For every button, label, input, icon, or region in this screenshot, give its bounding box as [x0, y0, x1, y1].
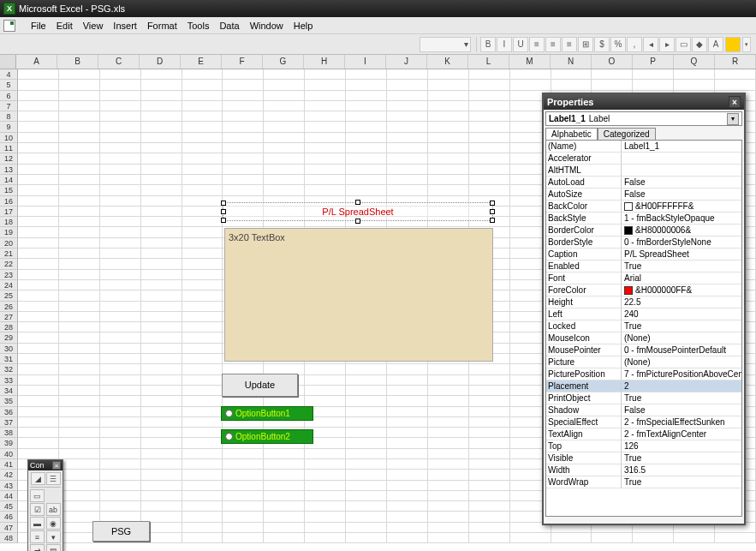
property-value[interactable]: 2 - fmTextAlignCenter	[622, 428, 741, 440]
property-value[interactable]: True	[622, 261, 741, 272]
row-header[interactable]: 31	[0, 354, 18, 364]
row-header[interactable]: 18	[0, 217, 18, 227]
property-row[interactable]: CaptionP/L SpreadSheet	[546, 249, 741, 261]
select-all-cell[interactable]	[0, 55, 16, 69]
property-row[interactable]: Picture(None)	[546, 356, 741, 368]
property-row[interactable]: MouseIcon(None)	[546, 332, 741, 344]
property-value[interactable]: Arial	[622, 273, 741, 284]
property-value[interactable]: False	[622, 189, 741, 200]
spin-tool[interactable]: ▤	[46, 544, 61, 551]
property-value[interactable]: True	[622, 392, 741, 404]
design-mode-button[interactable]: ◢	[31, 472, 45, 485]
row-header[interactable]: 27	[0, 312, 18, 322]
checkbox-tool[interactable]: ☑	[30, 503, 45, 516]
row-header[interactable]: 30	[0, 344, 18, 354]
row-header[interactable]: 28	[0, 322, 18, 332]
menu-file[interactable]: File	[26, 19, 51, 33]
property-row[interactable]: Height22.5	[546, 296, 741, 308]
row-header[interactable]: 37	[0, 417, 18, 428]
option-button-1[interactable]: OptionButton1	[221, 406, 313, 421]
property-value[interactable]	[622, 165, 741, 176]
toolbox-titlebar[interactable]: Con ×	[28, 460, 63, 470]
column-header-M[interactable]: M	[509, 55, 551, 69]
column-header-F[interactable]: F	[222, 55, 263, 69]
row-header[interactable]: 10	[0, 133, 18, 143]
row-header[interactable]: 8	[0, 111, 18, 122]
row-header[interactable]: 14	[0, 175, 18, 185]
property-value[interactable]: 7 - fmPicturePositionAboveCenter	[622, 368, 741, 380]
property-value[interactable]: (None)	[622, 332, 741, 344]
toolbar-button[interactable]: U	[513, 37, 528, 52]
resize-handle[interactable]	[355, 200, 360, 205]
properties-grid[interactable]: (Name)Label1_1AcceleratorAltHTMLAutoLoad…	[545, 140, 742, 517]
row-header[interactable]: 15	[0, 185, 18, 195]
property-value[interactable]: 0 - fmBorderStyleNone	[622, 237, 741, 248]
property-value[interactable]: False	[622, 177, 741, 188]
menu-tools[interactable]: Tools	[182, 19, 215, 33]
property-row[interactable]: BorderStyle0 - fmBorderStyleNone	[546, 237, 741, 249]
property-value[interactable]: &H00FFFFFF&	[622, 201, 741, 212]
font-size-selector[interactable]: ▾	[420, 37, 471, 52]
toolbar-button[interactable]: I	[497, 37, 512, 52]
property-value[interactable]: 22.5	[622, 296, 741, 308]
row-header[interactable]: 4	[0, 69, 18, 80]
highlight-dropdown[interactable]: ▾	[742, 37, 751, 52]
row-header[interactable]: 45	[0, 501, 18, 512]
cell-row[interactable]	[18, 80, 756, 90]
property-row[interactable]: (Name)Label1_1	[546, 141, 741, 153]
property-row[interactable]: FontArial	[546, 273, 741, 284]
option-button-2[interactable]: OptionButton2	[221, 429, 313, 444]
property-row[interactable]: PicturePosition7 - fmPicturePositionAbov…	[546, 368, 741, 380]
toolbar-button[interactable]: ⊞	[578, 37, 593, 52]
row-header[interactable]: 21	[0, 249, 18, 259]
row-header[interactable]: 39	[0, 438, 18, 448]
toolbar-button[interactable]: ≡	[529, 37, 545, 52]
row-header[interactable]: 13	[0, 165, 18, 175]
row-header[interactable]: 33	[0, 375, 18, 386]
column-header-Q[interactable]: Q	[674, 55, 715, 69]
column-header-E[interactable]: E	[181, 55, 222, 69]
column-header-H[interactable]: H	[304, 55, 345, 69]
column-header-I[interactable]: I	[345, 55, 386, 69]
menu-insert[interactable]: Insert	[108, 19, 142, 33]
row-header[interactable]: 43	[0, 481, 18, 491]
property-value[interactable]: 2 - fmSpecialEffectSunken	[622, 416, 741, 428]
column-header-K[interactable]: K	[427, 55, 468, 69]
toolbar-button[interactable]: ◂	[643, 37, 658, 52]
resize-handle[interactable]	[221, 209, 226, 214]
toolbar-button[interactable]: ◆	[692, 37, 707, 52]
row-header[interactable]: 20	[0, 238, 18, 249]
property-value[interactable]: True	[622, 476, 741, 488]
psg-button[interactable]: PSG	[92, 521, 150, 542]
resize-handle[interactable]	[490, 201, 495, 206]
property-value[interactable]: 2	[622, 380, 741, 392]
row-header[interactable]: 46	[0, 512, 18, 522]
row-header[interactable]: 38	[0, 428, 18, 438]
row-header[interactable]: 25	[0, 290, 18, 301]
menu-format[interactable]: Format	[142, 19, 182, 33]
toggle-tool[interactable]: ⇄	[30, 544, 45, 551]
property-row[interactable]: ShadowFalse	[546, 404, 741, 416]
property-value[interactable]: &H80000006&	[622, 225, 741, 236]
column-header-L[interactable]: L	[468, 55, 509, 69]
property-row[interactable]: ForeColor&H000000FF&	[546, 284, 741, 296]
row-header[interactable]: 7	[0, 101, 18, 111]
row-header[interactable]: 47	[0, 523, 18, 533]
column-header-N[interactable]: N	[551, 55, 592, 69]
row-header[interactable]: 41	[0, 459, 18, 470]
command-button-tool[interactable]: ▬	[30, 517, 45, 530]
chevron-down-icon[interactable]: ▾	[727, 113, 739, 125]
column-header-G[interactable]: G	[263, 55, 304, 69]
menu-data[interactable]: Data	[214, 19, 244, 33]
row-header[interactable]: 44	[0, 491, 18, 501]
row-header[interactable]: 23	[0, 270, 18, 280]
property-row[interactable]: AutoSizeFalse	[546, 189, 741, 201]
resize-handle[interactable]	[221, 201, 226, 206]
row-header[interactable]: 6	[0, 91, 18, 101]
listbox-tool[interactable]: ≡	[30, 530, 45, 543]
resize-handle[interactable]	[490, 209, 495, 214]
row-header[interactable]: 32	[0, 364, 18, 374]
property-row[interactable]: PrintObjectTrue	[546, 392, 741, 404]
property-value[interactable]: True	[622, 452, 741, 464]
properties-titlebar[interactable]: Properties ×	[544, 94, 744, 110]
